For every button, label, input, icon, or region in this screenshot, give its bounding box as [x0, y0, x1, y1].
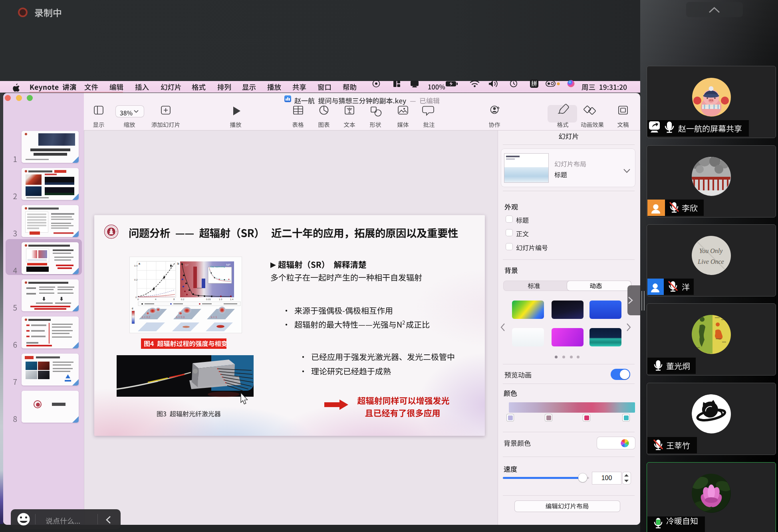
- svg-text:c: c: [132, 307, 133, 310]
- svg-text:4: 4: [155, 298, 157, 301]
- svg-text:λ = 0.2: λ = 0.2: [142, 316, 150, 318]
- svg-text:0.2: 0.2: [134, 279, 138, 281]
- svg-text:0.03: 0.03: [206, 298, 211, 301]
- svg-text:SP: SP: [185, 263, 189, 267]
- svg-text:8: 8: [173, 298, 175, 301]
- svg-text:0: 0: [137, 298, 139, 301]
- svg-text:You Only: You Only: [699, 247, 723, 255]
- svg-text:Gap squeezing: Gap squeezing: [210, 265, 225, 268]
- svg-text:a: a: [139, 262, 140, 265]
- svg-text:λ = 1: λ = 1: [211, 316, 217, 318]
- svg-text:Live Once: Live Once: [697, 258, 724, 265]
- svg-text:0.2: 0.2: [181, 298, 185, 301]
- svg-text:λ = 0.3: λ = 0.3: [176, 316, 185, 318]
- svg-text:0: 0: [135, 296, 137, 299]
- svg-text:b: b: [177, 262, 179, 265]
- svg-text:1.4: 1.4: [230, 298, 234, 301]
- svg-text:NP: NP: [226, 263, 230, 267]
- svg-text:0.4: 0.4: [134, 265, 138, 267]
- svg-text:1.0: 1.0: [219, 298, 222, 301]
